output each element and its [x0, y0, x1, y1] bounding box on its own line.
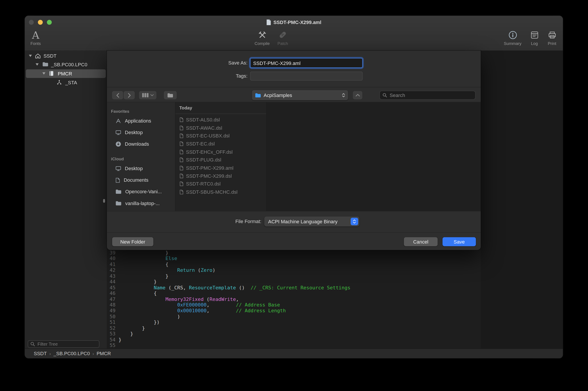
file-row[interactable]: SSDT-PMC-X299.dsl — [176, 172, 266, 180]
toolbar-compile-label: Compile — [255, 41, 270, 46]
code-line: 40 Else — [107, 256, 563, 262]
code-line: 43 } — [107, 273, 563, 279]
search-input[interactable] — [389, 92, 472, 98]
code-text: Memory32Fixed (ReadWrite, — [118, 296, 239, 302]
file-name: SSDT-AWAC.dsl — [186, 125, 222, 131]
folder-button[interactable] — [164, 91, 176, 99]
divider — [107, 87, 481, 88]
line-number: 49 — [107, 308, 116, 314]
home-icon — [35, 53, 41, 59]
search-icon — [30, 342, 35, 346]
tree-item-pmcr[interactable]: PMCR — [26, 69, 106, 78]
file-column: Today SSDT-ALS0.dslSSDT-AWAC.dslSSDT-EC-… — [176, 102, 267, 211]
file-format-dropdown[interactable]: ACPI Machine Language Binary — [264, 217, 359, 226]
code-line: 50 ) — [107, 314, 563, 319]
folder-icon — [116, 189, 121, 194]
save-as-input[interactable] — [250, 58, 362, 68]
tree-item-_sta[interactable]: _STA — [26, 78, 106, 87]
breadcrumb-item[interactable]: SSDT — [34, 351, 47, 356]
file-group-header: Today — [176, 102, 266, 114]
status-path: SSDT›_SB.PC00.LPC0›PMCR — [34, 351, 111, 356]
view-mode-dropdown[interactable] — [139, 91, 156, 99]
file-row[interactable]: SSDT-PLUG.dsl — [176, 156, 266, 164]
line-number: 53 — [107, 331, 116, 337]
file-row[interactable]: SSDT-EHCx_OFF.dsl — [176, 148, 266, 156]
file-row[interactable]: SSDT-PMC-X299.aml — [176, 164, 266, 172]
print-icon — [548, 30, 556, 39]
sidebar-item-desktop[interactable]: Desktop — [107, 127, 175, 138]
toolbar-log-button[interactable]: Log — [527, 29, 542, 46]
document-icon — [266, 19, 271, 25]
disclosure-triangle[interactable] — [29, 55, 32, 57]
code-text: } — [118, 250, 168, 256]
tree-item-_sb.pc00.lpc0[interactable]: _SB.PC00.LPC0 — [26, 60, 106, 69]
code-text: }) — [118, 319, 160, 325]
maciasl-window: SSDT-PMC-X299.aml A Fonts Compile Patch … — [25, 16, 563, 358]
cancel-button[interactable]: Cancel — [404, 237, 438, 246]
file-row[interactable]: SSDT-SBUS-MCHC.dsl — [176, 188, 266, 196]
file-icon — [180, 174, 183, 178]
sidebar-splitter-handle[interactable] — [103, 199, 105, 203]
back-button[interactable] — [112, 91, 123, 99]
toolbar-fonts-button[interactable]: A Fonts — [25, 29, 46, 46]
code-line: 52 } — [107, 325, 563, 331]
code-line: 51 }) — [107, 319, 563, 325]
file-icon — [180, 190, 183, 195]
filter-tree-input[interactable] — [37, 341, 97, 347]
downloads-icon — [116, 141, 121, 147]
disclosure-triangle[interactable] — [42, 72, 45, 75]
sidebar-item-label: vanilla-laptop-... — [125, 200, 160, 206]
line-number: 42 — [107, 267, 116, 273]
tree-item-ssdt[interactable]: SSDT — [26, 52, 106, 61]
sidebar-item-vanilla-laptop-[interactable]: vanilla-laptop-... — [107, 197, 175, 209]
search-field[interactable] — [379, 91, 475, 100]
tree-item-label: PMCR — [58, 71, 72, 76]
code-text: } — [118, 273, 168, 279]
file-name: SSDT-EHCx_OFF.dsl — [186, 149, 233, 155]
file-icon — [180, 117, 183, 122]
window-title-area: SSDT-PMC-X299.aml — [25, 19, 563, 25]
code-text: } — [118, 279, 156, 285]
chevron-left-icon — [116, 93, 119, 98]
window-title: SSDT-PMC-X299.aml — [273, 19, 321, 25]
file-row[interactable]: SSDT-EC-USBX.dsl — [176, 132, 266, 140]
file-name: SSDT-SBUS-MCHC.dsl — [186, 189, 237, 195]
toolbar-patch-button[interactable]: Patch — [271, 29, 294, 46]
toolbar-print-button[interactable]: Print — [545, 29, 560, 46]
ssdt-tree-sidebar: SSDT_SB.PC00.LPC0PMCR_STA — [25, 50, 107, 349]
sidebar-section-title: Favorites — [107, 107, 175, 115]
file-row[interactable]: SSDT-EC.dsl — [176, 140, 266, 148]
new-folder-button[interactable]: New Folder — [112, 237, 153, 246]
line-number: 48 — [107, 302, 116, 308]
code-text: Return (Zero) — [118, 267, 215, 273]
file-row[interactable]: SSDT-RTC0.dsl — [176, 180, 266, 188]
sidebar-item-opencore-vani-[interactable]: Opencore-Vani... — [107, 186, 175, 197]
location-dropdown[interactable]: AcpiSamples — [252, 90, 348, 100]
file-icon — [180, 125, 183, 130]
breadcrumb-item[interactable]: PMCR — [97, 351, 111, 356]
collapse-sheet-button[interactable] — [353, 91, 362, 99]
tags-input[interactable] — [250, 72, 362, 81]
file-name: SSDT-EC-USBX.dsl — [186, 133, 230, 139]
file-row[interactable]: SSDT-ALS0.dsl — [176, 116, 266, 124]
code-line: 45 Name (_CRS, ResourceTemplate () // _C… — [107, 285, 563, 291]
save-button[interactable]: Save — [443, 237, 476, 246]
sidebar-item-applications[interactable]: Applications — [107, 115, 175, 127]
sidebar-item-label: Downloads — [125, 141, 149, 147]
line-number: 54 — [107, 337, 116, 343]
chevron-down-icon — [150, 94, 154, 96]
file-icon — [180, 133, 183, 138]
sidebar-item-desktop[interactable]: Desktop — [107, 163, 175, 174]
sidebar-item-downloads[interactable]: Downloads — [107, 138, 175, 150]
file-format-value: ACPI Machine Language Binary — [268, 219, 351, 224]
toolbar-summary-button[interactable]: Summary — [498, 29, 528, 46]
disclosure-triangle[interactable] — [36, 63, 38, 66]
sidebar-item-documents[interactable]: Documents — [107, 174, 175, 186]
line-number: 45 — [107, 285, 116, 291]
code-line: 42 Return (Zero) — [107, 267, 563, 273]
breadcrumb-item[interactable]: _SB.PC00.LPC0 — [53, 351, 90, 356]
filter-tree-field[interactable] — [28, 340, 100, 348]
titlebar: SSDT-PMC-X299.aml A Fonts Compile Patch … — [25, 16, 563, 51]
file-row[interactable]: SSDT-AWAC.dsl — [176, 124, 266, 132]
forward-button[interactable] — [124, 91, 135, 99]
